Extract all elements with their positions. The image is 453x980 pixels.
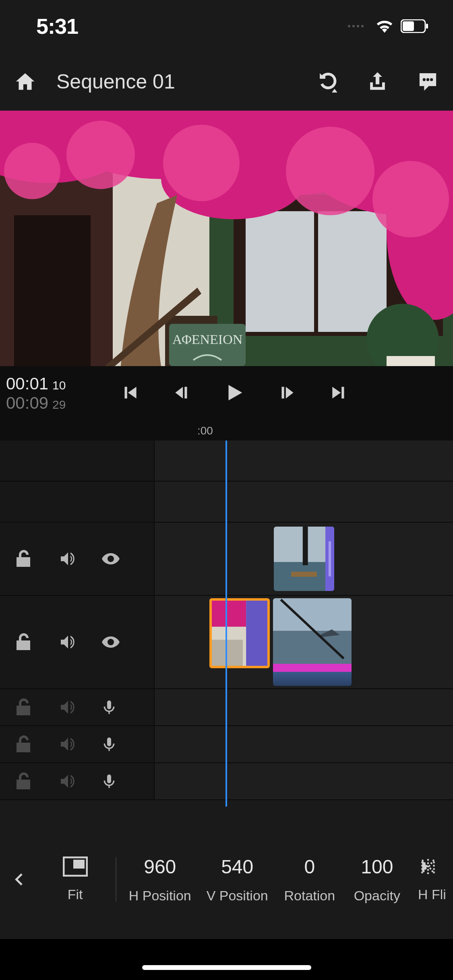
opacity-value: 100 [361,856,393,878]
wifi-icon [376,19,393,33]
eye-icon[interactable] [101,632,120,652]
svg-point-22 [286,127,374,215]
clip-v1-selected[interactable] [209,598,270,668]
h-position-label: H Position [129,888,191,904]
prop-v-position[interactable]: 540 V Position [199,856,276,904]
status-indicators [348,19,429,33]
mic-icon[interactable] [101,772,117,791]
clip-v2-1[interactable] [274,527,334,591]
export-icon[interactable] [366,70,389,93]
effect-bar [273,664,352,672]
svg-point-3 [423,78,426,81]
svg-rect-2 [426,24,428,29]
svg-rect-1 [403,21,414,31]
prop-rotation[interactable]: 0 Rotation [276,856,343,904]
go-to-end-button[interactable] [329,383,349,404]
lock-icon[interactable] [14,772,33,791]
transport-controls [82,381,387,406]
h-flip-label: H Fli [418,887,446,902]
prop-h-position[interactable]: 960 H Position [121,856,199,904]
svg-point-5 [430,78,433,81]
mic-icon[interactable] [101,698,117,717]
svg-text:ΑΦΕΝΕΙΟΝ: ΑΦΕΝΕΙΟΝ [172,332,243,347]
ruler-marker: :00 [197,424,213,437]
lock-icon[interactable] [14,735,33,754]
total-timecode: 00:09 [6,393,48,413]
svg-rect-8 [14,215,91,366]
status-time: 5:31 [36,14,78,39]
prop-fit-label: Fit [68,887,83,902]
opacity-label: Opacity [354,888,400,904]
h-position-value: 960 [144,856,176,878]
svg-rect-32 [303,527,308,565]
volume-icon[interactable] [58,698,77,717]
v-position-label: V Position [207,888,268,904]
step-forward-button[interactable] [277,383,298,404]
clip-v1-2[interactable] [273,598,352,686]
go-to-start-button[interactable] [120,383,140,404]
svg-rect-42 [73,860,85,869]
prop-opacity[interactable]: 100 Opacity [343,856,411,904]
back-button[interactable] [0,871,39,887]
playhead[interactable] [225,441,227,807]
lock-icon[interactable] [14,549,33,568]
total-frames: 29 [52,398,66,412]
rotation-value: 0 [304,856,315,878]
lock-icon[interactable] [14,698,33,717]
battery-icon [401,19,429,33]
svg-rect-39 [273,631,352,664]
eye-icon[interactable] [101,549,120,568]
svg-rect-33 [291,572,317,577]
volume-icon[interactable] [58,772,77,791]
cell-signal-dots [348,25,364,27]
v-position-value: 540 [221,856,253,878]
svg-rect-29 [387,356,435,366]
status-bar: 5:31 [0,0,453,52]
timeline[interactable] [0,441,453,800]
play-button[interactable] [223,381,246,406]
audio-waveform [273,672,352,686]
playback-bar: 00:01 10 00:09 29 [0,366,453,420]
home-indicator[interactable] [142,965,311,970]
current-frames: 10 [52,379,66,392]
volume-icon[interactable] [58,549,77,568]
mic-icon[interactable] [101,735,117,754]
preview-monitor[interactable]: ΑΦΕΝΕΙΟΝ fé nostalgic [0,111,453,366]
home-icon[interactable] [14,70,36,93]
clip-handle-icon[interactable] [325,527,334,591]
lock-icon[interactable] [14,632,33,652]
volume-icon[interactable] [58,735,77,754]
svg-point-20 [66,121,135,189]
svg-rect-11 [246,211,314,332]
svg-point-24 [4,143,60,199]
svg-rect-36 [246,601,267,666]
sequence-title: Sequence 01 [56,70,300,93]
svg-point-4 [426,78,429,81]
prop-fit[interactable]: Fit [39,856,111,902]
undo-icon[interactable] [316,70,338,93]
step-back-button[interactable] [171,383,191,404]
svg-rect-12 [318,211,387,332]
svg-rect-37 [212,640,243,666]
timecode-block: 00:01 10 00:09 29 [6,374,82,413]
rotation-label: Rotation [284,888,335,904]
svg-point-21 [163,125,240,201]
prop-h-flip[interactable]: H Fli [411,856,453,902]
timeline-ruler[interactable]: :00 [0,420,453,441]
svg-rect-35 [212,601,246,627]
properties-bar: Fit 960 H Position 540 V Position 0 Rota… [0,841,453,918]
chat-icon[interactable] [417,70,439,93]
app-header: Sequence 01 [0,52,453,111]
volume-icon[interactable] [58,632,77,652]
svg-point-23 [372,161,449,237]
current-timecode: 00:01 [6,374,48,393]
